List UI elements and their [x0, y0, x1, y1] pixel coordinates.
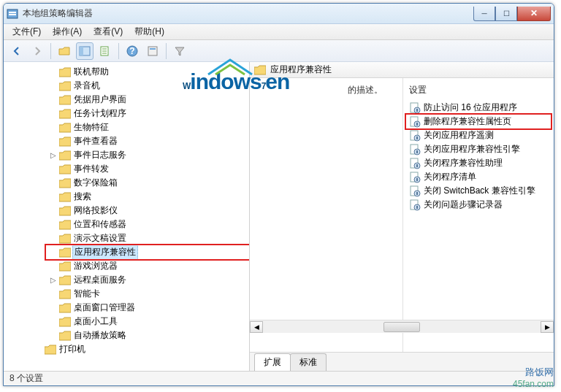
expand-icon[interactable] [49, 68, 58, 77]
tree-item[interactable]: 智能卡 [47, 287, 249, 301]
folder-icon [59, 289, 71, 299]
tree-item[interactable]: 任务计划程序 [47, 107, 249, 120]
app-icon [7, 8, 18, 20]
folder-icon [59, 109, 71, 119]
expand-icon[interactable] [49, 179, 58, 188]
expand-icon[interactable] [49, 304, 58, 312]
expand-icon[interactable] [49, 331, 58, 340]
export-icon[interactable] [96, 42, 114, 60]
filter-icon[interactable] [171, 42, 188, 60]
expand-icon[interactable] [49, 220, 58, 229]
tree-item[interactable]: 生物特征 [47, 120, 249, 134]
titlebar[interactable]: 本地组策略编辑器 ─ ☐ ✕ [4, 4, 554, 24]
expand-icon[interactable] [49, 123, 58, 132]
tree-item[interactable]: 联机帮助 [47, 65, 249, 79]
tree-panel[interactable]: 联机帮助录音机凭据用户界面任务计划程序生物特征事件查看器▷事件日志服务事件转发数… [4, 62, 250, 371]
menu-view[interactable]: 查看(V) [88, 24, 129, 39]
folder-icon [59, 123, 71, 133]
svg-rect-2 [9, 14, 16, 15]
tab-extended[interactable]: 扩展 [254, 353, 291, 371]
description-text: 的描述。 [348, 84, 383, 96]
expand-icon[interactable] [49, 248, 58, 257]
expand-icon[interactable] [49, 318, 58, 326]
tree-item[interactable]: 桌面窗口管理器 [47, 301, 249, 315]
tree-item-label: 生物特征 [72, 120, 110, 134]
setting-item[interactable]: 防止访问 16 位应用程序 [403, 101, 554, 115]
svg-text:?: ? [129, 46, 134, 56]
tree-item[interactable]: 桌面小工具 [47, 315, 249, 328]
menu-help[interactable]: 帮助(H) [129, 24, 170, 39]
expand-icon[interactable] [49, 137, 58, 146]
setting-item[interactable]: 关闭 SwitchBack 兼容性引擎 [403, 184, 554, 198]
tree-item[interactable]: 网络投影仪 [47, 204, 249, 218]
expand-icon[interactable] [49, 234, 58, 243]
tree-item[interactable]: 录音机 [47, 79, 249, 93]
tree-item-label: 联机帮助 [72, 65, 110, 79]
maximize-button[interactable]: ☐ [495, 7, 517, 21]
tree-item-label: 演示文稿设置 [72, 231, 128, 245]
tree-item[interactable]: 游戏浏览器 [47, 259, 249, 273]
tree-item[interactable]: 凭据用户界面 [47, 93, 249, 107]
horizontal-scrollbar[interactable]: ◀ ▶ [250, 320, 554, 333]
scroll-left-icon[interactable]: ◀ [250, 321, 263, 333]
svg-rect-33 [416, 206, 418, 209]
setting-item[interactable]: 删除程序兼容性属性页 [403, 115, 554, 128]
settings-column-header[interactable]: 设置 [403, 82, 554, 101]
tab-standard[interactable]: 标准 [290, 353, 327, 371]
setting-label: 关闭应用程序兼容性引擎 [424, 143, 520, 155]
brand-watermark: 路饭网 45fan.com [513, 366, 554, 389]
setting-item[interactable]: 关闭应用程序遥测 [403, 128, 554, 142]
expand-icon[interactable] [49, 109, 58, 118]
toolbar: ? [4, 40, 554, 62]
menu-file[interactable]: 文件(F) [7, 24, 47, 39]
minimize-button[interactable]: ─ [473, 7, 495, 21]
policy-icon [409, 116, 421, 128]
tree-item[interactable]: 搜索 [47, 190, 249, 204]
setting-item[interactable]: 关闭程序清单 [403, 170, 554, 184]
scroll-right-icon[interactable]: ▶ [541, 321, 554, 333]
policy-icon [409, 199, 421, 211]
tree-item[interactable]: 演示文稿设置 [47, 231, 249, 245]
setting-item[interactable]: 关闭问题步骤记录器 [403, 198, 554, 212]
setting-item[interactable]: 关闭应用程序兼容性引擎 [403, 142, 554, 156]
tree-item[interactable]: ▷事件日志服务 [47, 148, 249, 162]
tree-item[interactable]: 自动播放策略 [47, 328, 249, 342]
details-title: 应用程序兼容性 [270, 64, 332, 76]
window-title: 本地组策略编辑器 [23, 7, 473, 20]
tree-item[interactable]: 打印机 [33, 342, 249, 356]
expand-icon[interactable] [49, 193, 58, 201]
help-icon[interactable]: ? [123, 42, 141, 60]
back-button[interactable] [8, 42, 26, 60]
tree-item[interactable]: 应用程序兼容性 [47, 245, 249, 259]
setting-item[interactable]: 关闭程序兼容性助理 [403, 156, 554, 170]
setting-label: 删除程序兼容性属性页 [424, 115, 511, 128]
folder-up-icon[interactable] [56, 42, 73, 60]
tree-item[interactable]: 事件查看器 [47, 134, 249, 148]
expand-icon[interactable]: ▷ [49, 276, 58, 285]
expand-icon[interactable] [49, 290, 58, 299]
svg-rect-30 [416, 192, 418, 195]
scroll-thumb[interactable] [383, 322, 420, 332]
tree-item-label: 任务计划程序 [72, 107, 128, 120]
expand-icon[interactable] [49, 82, 58, 91]
policy-icon [409, 144, 421, 155]
forward-button[interactable] [28, 42, 46, 60]
tree-item[interactable]: ▷远程桌面服务 [47, 273, 249, 287]
svg-rect-15 [416, 123, 418, 126]
tree-item[interactable]: 事件转发 [47, 162, 249, 176]
tree-item-label: 事件日志服务 [72, 148, 128, 162]
tree-item[interactable]: 位置和传感器 [47, 218, 249, 231]
expand-icon[interactable] [49, 207, 58, 215]
menu-action[interactable]: 操作(A) [47, 24, 88, 39]
tree-item-label: 智能卡 [72, 287, 102, 301]
expand-icon[interactable]: ▷ [49, 151, 58, 160]
expand-icon[interactable] [49, 165, 58, 174]
description-pane: 的描述。 [250, 78, 403, 352]
show-hide-tree-icon[interactable] [76, 42, 94, 60]
policy-icon [409, 102, 421, 114]
tree-item[interactable]: 数字保险箱 [47, 176, 249, 190]
expand-icon[interactable] [49, 96, 58, 104]
close-button[interactable]: ✕ [517, 7, 551, 21]
properties-icon[interactable] [144, 42, 161, 60]
expand-icon[interactable] [49, 262, 58, 271]
